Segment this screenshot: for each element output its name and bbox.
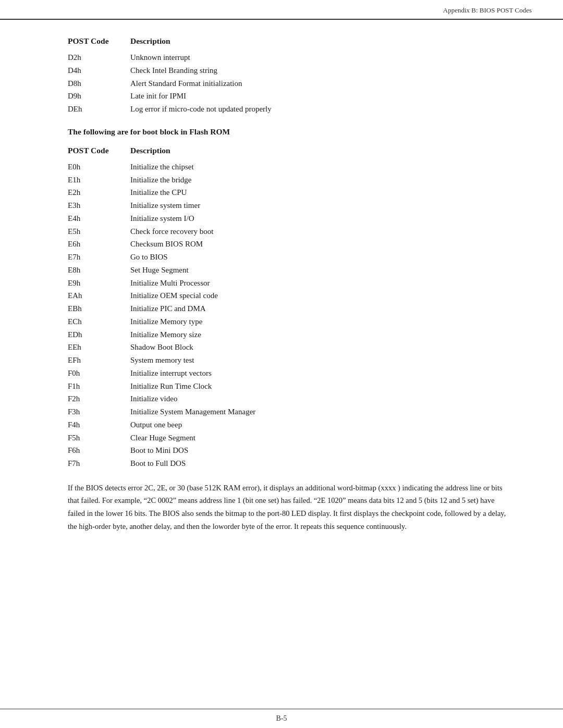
post-code-cell: F3h (68, 405, 130, 418)
desc-cell: Initialize OEM special code (130, 289, 218, 302)
desc-cell: Set Huge Segment (130, 264, 189, 277)
table-row: D4h Check Intel Branding string (68, 64, 511, 77)
table1-header: POST Code Description (68, 36, 511, 46)
table-row: E5h Check force recovery boot (68, 225, 511, 238)
post-code-cell: E1h (68, 174, 130, 187)
desc-cell: Shadow Boot Block (130, 341, 193, 354)
table-row: E7h Go to BIOS (68, 251, 511, 264)
table-row: DEh Log error if micro-code not updated … (68, 103, 511, 116)
table-row: EEh Shadow Boot Block (68, 341, 511, 354)
table1-col-desc: Description (130, 36, 170, 46)
desc-cell: Initialize Memory size (130, 328, 201, 341)
table-row: F7h Boot to Full DOS (68, 457, 511, 470)
table2-col-desc: Description (130, 146, 170, 155)
table-row: D8h Alert Standard Format initialization (68, 77, 511, 90)
table-row: ECh Initialize Memory type (68, 315, 511, 328)
table2-header: POST Code Description (68, 146, 511, 155)
table-row: E1h Initialize the bridge (68, 174, 511, 187)
table-row: F6h Boot to Mini DOS (68, 444, 511, 457)
page: Appendix B: BIOS POST Codes POST Code De… (0, 0, 563, 728)
table-row: F0h Initialize interrupt vectors (68, 367, 511, 380)
table-row: EAh Initialize OEM special code (68, 289, 511, 302)
desc-cell: Initialize the CPU (130, 186, 187, 199)
table-row: E3h Initialize system timer (68, 199, 511, 212)
table-row: E2h Initialize the CPU (68, 186, 511, 199)
post-code-cell: F5h (68, 431, 130, 445)
desc-cell: Initialize System Management Manager (130, 405, 255, 418)
desc-cell: Unknown interrupt (130, 51, 190, 64)
table-row: E9h Initialize Multi Processor (68, 277, 511, 290)
table-row: F1h Initialize Run Time Clock (68, 380, 511, 393)
post-code-cell: D8h (68, 77, 130, 90)
content-area: POST Code Description D2h Unknown interr… (0, 20, 563, 564)
table1-rows: D2h Unknown interrupt D4h Check Intel Br… (68, 51, 511, 116)
desc-cell: Initialize the chipset (130, 161, 194, 174)
desc-cell: Output one beep (130, 418, 182, 431)
post-code-cell: EBh (68, 302, 130, 315)
desc-cell: Initialize the bridge (130, 174, 191, 187)
table-row: E8h Set Huge Segment (68, 264, 511, 277)
table-row: D9h Late init for IPMI (68, 90, 511, 103)
post-code-cell: DEh (68, 103, 130, 116)
desc-cell: Initialize Run Time Clock (130, 380, 212, 393)
desc-cell: Check Intel Branding string (130, 64, 217, 77)
table1-col-code: POST Code (68, 36, 130, 46)
post-code-cell: EEh (68, 341, 130, 354)
desc-cell: System memory test (130, 354, 194, 367)
post-code-cell: F4h (68, 418, 130, 431)
post-code-cell: F7h (68, 457, 130, 470)
post-code-cell: E7h (68, 251, 130, 264)
desc-cell: Boot to Mini DOS (130, 444, 188, 457)
post-code-cell: E2h (68, 186, 130, 199)
page-footer: B-5 (0, 709, 563, 728)
post-code-cell: D2h (68, 51, 130, 64)
post-code-cell: E3h (68, 199, 130, 212)
desc-cell: Alert Standard Format initialization (130, 77, 242, 90)
table-row: EBh Initialize PIC and DMA (68, 302, 511, 315)
desc-cell: Initialize system I/O (130, 212, 194, 225)
table-row: EDh Initialize Memory size (68, 328, 511, 341)
desc-cell: Check force recovery boot (130, 225, 214, 238)
section-title: The following are for boot block in Flas… (68, 127, 511, 137)
table-row: E6h Checksum BIOS ROM (68, 238, 511, 251)
post-code-cell: E9h (68, 277, 130, 290)
table-row: F4h Output one beep (68, 418, 511, 431)
header-label: Appendix B: BIOS POST Codes (443, 6, 532, 14)
footer-label: B-5 (276, 714, 287, 722)
post-code-cell: E5h (68, 225, 130, 238)
desc-cell: Checksum BIOS ROM (130, 238, 203, 251)
desc-cell: Clear Huge Segment (130, 431, 195, 445)
table-row: F2h Initialize video (68, 392, 511, 405)
desc-cell: Initialize Memory type (130, 315, 202, 328)
table-row: F5h Clear Huge Segment (68, 431, 511, 445)
post-code-cell: F1h (68, 380, 130, 393)
desc-cell: Boot to Full DOS (130, 457, 186, 470)
note-paragraph: If the BIOS detects error 2C, 2E, or 30 … (68, 482, 511, 533)
post-code-cell: EAh (68, 289, 130, 302)
table-row: F3h Initialize System Management Manager (68, 405, 511, 418)
post-code-cell: EDh (68, 328, 130, 341)
page-header: Appendix B: BIOS POST Codes (0, 0, 563, 20)
post-code-cell: EFh (68, 354, 130, 367)
desc-cell: Late init for IPMI (130, 90, 186, 103)
post-code-cell: E8h (68, 264, 130, 277)
post-code-cell: E4h (68, 212, 130, 225)
post-code-cell: F6h (68, 444, 130, 457)
post-code-cell: E0h (68, 161, 130, 174)
post-code-cell: D9h (68, 90, 130, 103)
table-row: E0h Initialize the chipset (68, 161, 511, 174)
post-code-cell: F2h (68, 392, 130, 405)
table-row: EFh System memory test (68, 354, 511, 367)
desc-cell: Initialize Multi Processor (130, 277, 210, 290)
post-code-cell: ECh (68, 315, 130, 328)
table2-col-code: POST Code (68, 146, 130, 155)
desc-cell: Initialize video (130, 392, 177, 405)
desc-cell: Initialize interrupt vectors (130, 367, 212, 380)
desc-cell: Go to BIOS (130, 251, 168, 264)
post-code-cell: E6h (68, 238, 130, 251)
desc-cell: Initialize PIC and DMA (130, 302, 206, 315)
table-row: E4h Initialize system I/O (68, 212, 511, 225)
table-row: D2h Unknown interrupt (68, 51, 511, 64)
post-code-cell: D4h (68, 64, 130, 77)
table2-rows: E0h Initialize the chipset E1h Initializ… (68, 161, 511, 470)
